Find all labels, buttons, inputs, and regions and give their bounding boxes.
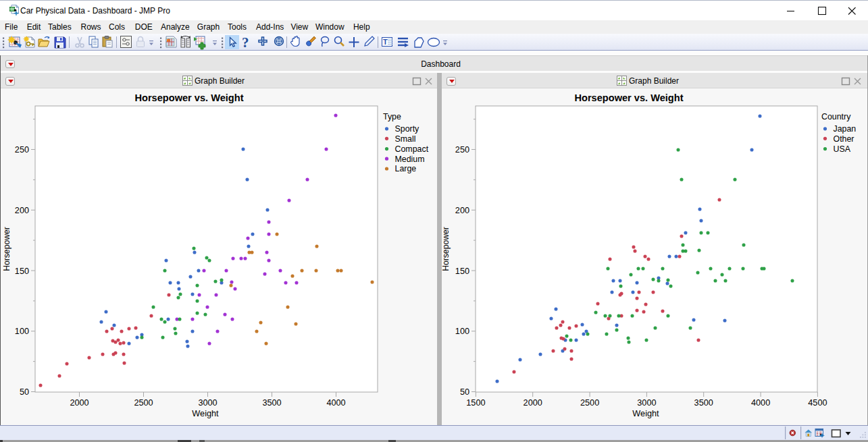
svg-text:2500: 2500 xyxy=(580,398,599,408)
svg-text:Other: Other xyxy=(834,134,854,144)
svg-text:Weight: Weight xyxy=(192,409,219,418)
svg-text:4000: 4000 xyxy=(326,398,345,408)
svg-text:3000: 3000 xyxy=(637,398,656,408)
svg-text:Weight: Weight xyxy=(632,409,659,418)
svg-text:50: 50 xyxy=(460,387,469,397)
svg-text:100: 100 xyxy=(455,327,469,336)
svg-text:Horsepower vs. Weight: Horsepower vs. Weight xyxy=(574,92,683,103)
svg-text:Compact: Compact xyxy=(395,144,429,154)
svg-text:Horsepower: Horsepower xyxy=(2,227,11,271)
svg-text:USA: USA xyxy=(834,144,851,154)
svg-text:4500: 4500 xyxy=(808,398,827,408)
svg-text:2000: 2000 xyxy=(70,398,88,408)
svg-text:150: 150 xyxy=(15,267,29,276)
svg-text:200: 200 xyxy=(15,206,29,215)
svg-text:2000: 2000 xyxy=(524,398,542,408)
svg-text:Japan: Japan xyxy=(834,124,857,134)
svg-text:Country: Country xyxy=(821,112,851,121)
svg-text:3500: 3500 xyxy=(262,398,281,408)
svg-text:Small: Small xyxy=(395,134,416,144)
svg-text:200: 200 xyxy=(455,206,469,215)
svg-text:150: 150 xyxy=(455,267,469,276)
svg-text:2500: 2500 xyxy=(134,398,153,408)
svg-text:50: 50 xyxy=(20,387,29,397)
svg-text:Type: Type xyxy=(383,112,401,121)
svg-text:?: ? xyxy=(242,34,249,51)
svg-text:100: 100 xyxy=(15,327,29,336)
svg-text:250: 250 xyxy=(15,145,29,155)
svg-text:Horsepower: Horsepower xyxy=(442,227,451,271)
svg-text:1500: 1500 xyxy=(466,398,485,408)
svg-text:Medium: Medium xyxy=(395,155,425,164)
svg-text:250: 250 xyxy=(455,145,469,155)
svg-text:4000: 4000 xyxy=(751,398,770,408)
svg-text:3000: 3000 xyxy=(198,398,217,408)
svg-text:Sporty: Sporty xyxy=(395,124,420,134)
svg-text:Large: Large xyxy=(395,164,417,173)
svg-text:Horsepower vs. Weight: Horsepower vs. Weight xyxy=(134,92,243,103)
svg-text:3500: 3500 xyxy=(694,398,713,408)
svg-text:T: T xyxy=(383,38,388,46)
